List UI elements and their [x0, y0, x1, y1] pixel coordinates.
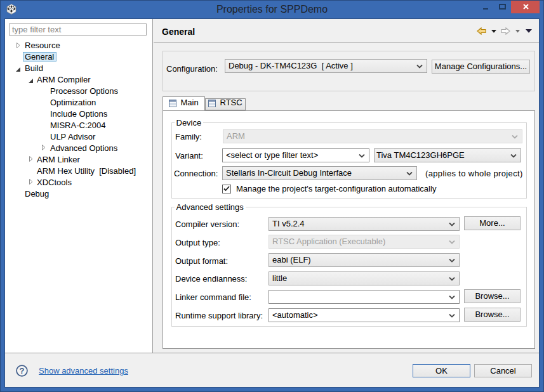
svg-text:?: ?	[20, 366, 25, 376]
